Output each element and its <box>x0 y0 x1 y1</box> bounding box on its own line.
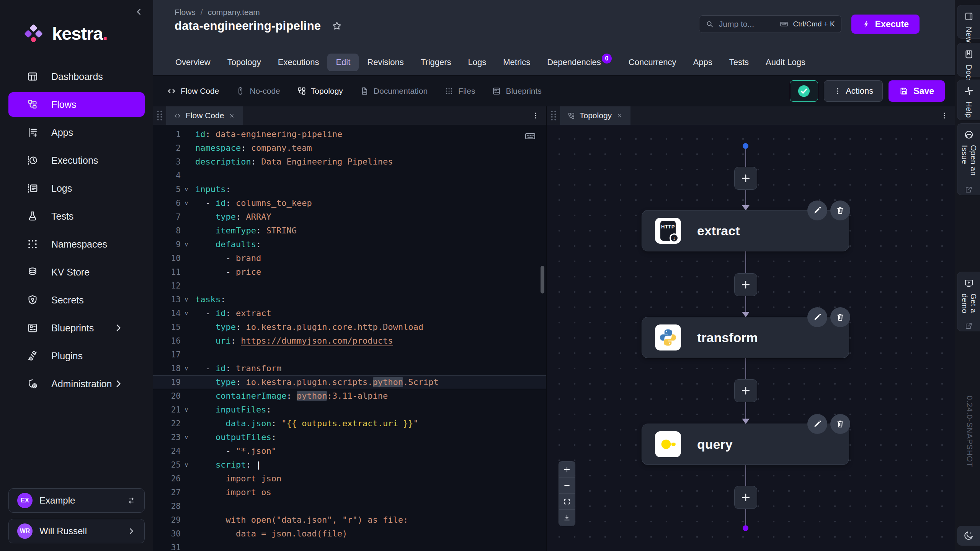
code-line-14[interactable]: 14∨- id: extract <box>153 306 546 320</box>
kestra-logo[interactable]: kestra. <box>25 25 108 44</box>
delete-task-button[interactable] <box>830 201 850 220</box>
code-line-24[interactable]: 24- "*.json" <box>153 444 546 458</box>
sidebar-item-administration[interactable]: Administration <box>8 372 145 396</box>
jump-to-search[interactable]: Jump to... Ctrl/Cmd + K <box>699 15 841 33</box>
breadcrumb-flows[interactable]: Flows <box>175 8 196 17</box>
fold-chevron-icon[interactable]: ∨ <box>181 403 192 417</box>
tab-edit[interactable]: Edit <box>327 54 359 71</box>
delete-task-button[interactable] <box>830 414 850 434</box>
code-line-29[interactable]: 29with open("data.json", "r") as file: <box>153 513 546 527</box>
tab-metrics[interactable]: Metrics <box>495 54 539 71</box>
code-line-8[interactable]: 8itemType: STRING <box>153 224 546 238</box>
favorite-star-icon[interactable] <box>332 21 342 31</box>
topology-canvas[interactable]: HTTP↓extracttransformquery <box>547 125 955 551</box>
edit-task-button[interactable] <box>807 201 827 220</box>
tab-apps[interactable]: Apps <box>685 54 721 71</box>
sidebar-item-apps[interactable]: Apps <box>8 120 145 145</box>
zoom-in-button[interactable] <box>559 461 575 478</box>
dock-tab-get-a-demo[interactable]: Get a demo <box>957 272 980 331</box>
sidebar-item-executions[interactable]: Executions <box>8 148 145 173</box>
panel-kebab-icon[interactable] <box>940 111 949 120</box>
view-no-code[interactable]: No-code <box>236 86 280 96</box>
actions-button[interactable]: Actions <box>824 80 883 102</box>
fold-chevron-icon[interactable]: ∨ <box>181 306 192 320</box>
keyboard-shortcuts-icon[interactable] <box>524 130 536 142</box>
sidebar-item-plugins[interactable]: Plugins <box>8 344 145 368</box>
add-task-button[interactable] <box>734 379 757 402</box>
tab-overview[interactable]: Overview <box>167 54 219 71</box>
user-menu[interactable]: WR Will Russell <box>8 519 145 543</box>
collapse-sidebar-icon[interactable] <box>134 7 144 17</box>
add-task-button[interactable] <box>734 273 757 296</box>
edit-task-button[interactable] <box>807 414 827 434</box>
code-line-22[interactable]: 22data.json: "{{ outputs.extract.uri }}" <box>153 417 546 430</box>
add-task-button[interactable] <box>734 167 757 190</box>
code-line-2[interactable]: 2namespace: company.team <box>153 141 546 155</box>
code-line-3[interactable]: 3description: Data Engineering Pipelines <box>153 155 546 169</box>
code-line-6[interactable]: 6∨- id: columns_to_keep <box>153 196 546 210</box>
theme-toggle-button[interactable] <box>957 526 980 546</box>
code-line-21[interactable]: 21∨inputFiles: <box>153 403 546 417</box>
task-node-transform[interactable]: transform <box>642 317 849 358</box>
validation-status-button[interactable] <box>790 80 818 102</box>
fold-chevron-icon[interactable]: ∨ <box>181 430 192 444</box>
code-line-30[interactable]: 30data = json.load(file) <box>153 527 546 541</box>
tab-dependencies[interactable]: Dependencies0 <box>539 54 620 71</box>
code-line-1[interactable]: 1id: data-engineering-pipeline <box>153 127 546 141</box>
close-icon[interactable] <box>229 112 235 119</box>
sidebar-item-kv-store[interactable]: KV Store <box>8 260 145 284</box>
task-node-extract[interactable]: HTTP↓extract <box>642 210 849 251</box>
fold-chevron-icon[interactable]: ∨ <box>181 362 192 375</box>
task-node-query[interactable]: query <box>642 424 849 465</box>
sidebar-item-namespaces[interactable]: Namespaces <box>8 232 145 256</box>
topology-panel-tab[interactable]: Topology <box>560 106 630 125</box>
code-line-11[interactable]: 11- price <box>153 265 546 279</box>
editor-scrollbar[interactable] <box>541 266 544 293</box>
tab-concurrency[interactable]: Concurrency <box>620 54 685 71</box>
fit-view-button[interactable] <box>559 494 575 510</box>
code-line-5[interactable]: 5∨inputs: <box>153 183 546 196</box>
code-line-15[interactable]: 15type: io.kestra.plugin.core.http.Downl… <box>153 320 546 334</box>
code-line-26[interactable]: 26import json <box>153 472 546 486</box>
tenant-selector[interactable]: EX Example <box>8 488 145 513</box>
code-line-13[interactable]: 13∨tasks: <box>153 293 546 306</box>
dock-tab-help[interactable]: Help <box>957 80 980 120</box>
view-documentation[interactable]: Documentation <box>360 86 428 96</box>
view-flow-code[interactable]: Flow Code <box>167 86 219 96</box>
code-line-20[interactable]: 20containerImage: python:3.11-alpine <box>153 389 546 403</box>
zoom-out-button[interactable] <box>559 478 575 494</box>
tab-topology[interactable]: Topology <box>219 54 270 71</box>
view-files[interactable]: Files <box>444 86 475 96</box>
view-blueprints[interactable]: Blueprints <box>492 86 541 96</box>
code-line-19[interactable]: 19type: io.kestra.plugin.scripts.python.… <box>153 375 546 389</box>
panel-kebab-icon[interactable] <box>531 111 540 120</box>
delete-task-button[interactable] <box>830 307 850 327</box>
code-line-23[interactable]: 23∨outputFiles: <box>153 430 546 444</box>
code-line-7[interactable]: 7type: ARRAY <box>153 210 546 224</box>
sidebar-item-tests[interactable]: Tests <box>8 204 145 228</box>
tab-tests[interactable]: Tests <box>721 54 757 71</box>
code-line-12[interactable]: 12 <box>153 279 546 293</box>
code-line-27[interactable]: 27import os <box>153 486 546 499</box>
code-line-28[interactable]: 28 <box>153 499 546 513</box>
code-line-25[interactable]: 25∨script: | <box>153 458 546 472</box>
code-line-10[interactable]: 10- brand <box>153 251 546 265</box>
code-line-17[interactable]: 17 <box>153 348 546 362</box>
code-editor[interactable]: 1id: data-engineering-pipeline2namespace… <box>153 125 546 551</box>
edit-task-button[interactable] <box>807 307 827 327</box>
panel-drag-handle-icon[interactable] <box>547 106 560 125</box>
code-line-9[interactable]: 9∨defaults: <box>153 238 546 251</box>
tab-logs[interactable]: Logs <box>460 54 495 71</box>
close-icon[interactable] <box>616 112 623 119</box>
code-line-4[interactable]: 4 <box>153 169 546 183</box>
tab-revisions[interactable]: Revisions <box>359 54 412 71</box>
fold-chevron-icon[interactable]: ∨ <box>181 458 192 472</box>
save-button[interactable]: Save <box>889 80 945 102</box>
view-topology[interactable]: Topology <box>297 86 343 96</box>
fold-chevron-icon[interactable]: ∨ <box>181 238 192 251</box>
code-line-16[interactable]: 16uri: https://dummyjson.com/products <box>153 334 546 348</box>
fold-chevron-icon[interactable]: ∨ <box>181 196 192 210</box>
dock-tab-open-an-issue[interactable]: Open an Issue <box>957 123 980 195</box>
fold-chevron-icon[interactable]: ∨ <box>181 183 192 196</box>
tab-executions[interactable]: Executions <box>270 54 328 71</box>
